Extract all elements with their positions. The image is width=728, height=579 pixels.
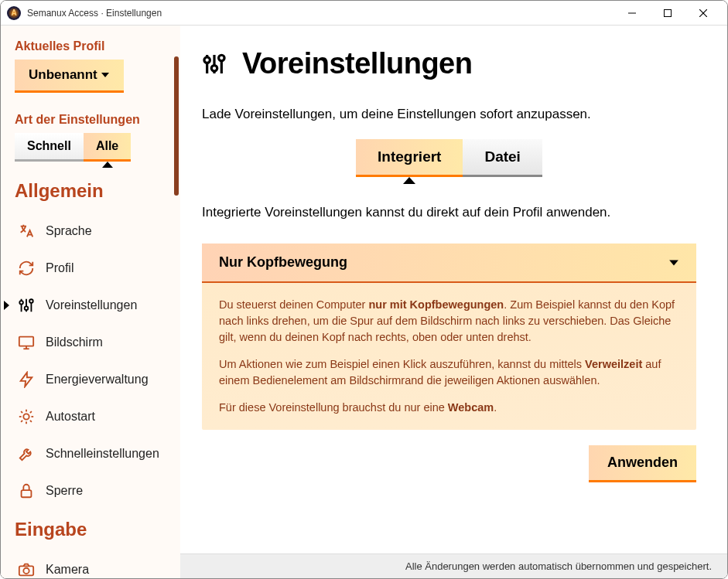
sun-icon (18, 408, 35, 425)
sidebar-item-label: Sperre (46, 484, 83, 498)
sidebar-item-schnelleinstellungen[interactable]: Schnelleinstellungen (15, 435, 171, 472)
maximize-button[interactable] (650, 1, 685, 26)
preset-description: Du steuerst deinen Computer nur mit Kopf… (202, 283, 696, 430)
profile-name: Unbenannt (29, 67, 97, 83)
page-header: Voreinstellungen (202, 47, 696, 80)
main-content: Voreinstellungen Lade Voreinstellungen, … (180, 26, 727, 578)
svg-rect-1 (665, 9, 672, 16)
sidebar-item-kamera[interactable]: Kamera (15, 551, 171, 578)
preset-selector[interactable]: Nur Kopfbewegung (202, 244, 696, 283)
svg-point-30 (219, 55, 224, 60)
sidebar: Aktuelles Profil Unbenannt Art der Einst… (1, 26, 180, 578)
sidebar-item-profil[interactable]: Profil (15, 250, 171, 287)
monitor-icon (18, 334, 35, 351)
text-bold: Webcam (448, 401, 494, 414)
text-bold: Verweilzeit (585, 358, 642, 370)
category-eingabe: Eingabe (15, 519, 171, 540)
page-title: Voreinstellungen (242, 47, 472, 80)
sidebar-item-label: Profil (46, 261, 73, 275)
minimize-icon (628, 9, 636, 17)
sliders-icon (18, 297, 35, 314)
app-window: A Semanux Access · Einstellungen Aktuell… (0, 0, 728, 579)
svg-line-20 (21, 421, 22, 422)
titlebar: A Semanux Access · Einstellungen (1, 1, 727, 26)
sidebar-item-label: Voreinstellungen (46, 298, 137, 312)
tab-datei[interactable]: Datei (463, 139, 542, 177)
sidebar-scrollbar[interactable] (174, 56, 179, 196)
svg-point-26 (204, 56, 210, 62)
settings-type-tabs: Schnell Alle (15, 133, 171, 162)
translate-icon (18, 223, 35, 240)
settings-type-heading: Art der Einstellungen (15, 113, 171, 127)
svg-point-13 (23, 414, 29, 419)
chevron-down-icon (668, 257, 679, 268)
sidebar-item-energie[interactable]: Energieverwaltung (15, 361, 171, 398)
svg-point-24 (23, 568, 29, 574)
sidebar-item-sprache[interactable]: Sprache (15, 213, 171, 250)
sidebar-item-label: Bildschirm (46, 335, 103, 349)
category-allgemein: Allgemein (15, 180, 171, 202)
close-icon (699, 9, 707, 17)
maximize-icon (664, 9, 672, 17)
text-bold: nur mit Kopfbewegungen (368, 298, 504, 311)
apply-button[interactable]: Anwenden (589, 445, 696, 482)
wrench-icon (18, 445, 35, 462)
text: . (494, 401, 497, 414)
tab-integriert[interactable]: Integriert (356, 139, 463, 177)
text: Um Aktionen wie zum Beispiel einen Klick… (219, 358, 585, 370)
sidebar-item-autostart[interactable]: Autostart (15, 398, 171, 435)
footer-status: Alle Änderungen werden automatisch übern… (180, 553, 727, 578)
intro-text: Lade Voreinstellungen, um deine Einstell… (202, 107, 696, 122)
svg-line-21 (30, 411, 32, 413)
tab-alle[interactable]: Alle (84, 133, 131, 162)
profile-selector[interactable]: Unbenannt (15, 60, 124, 93)
window-title: Semanux Access · Einstellungen (27, 8, 614, 19)
sidebar-item-label: Energieverwaltung (46, 373, 149, 387)
svg-point-5 (19, 301, 23, 305)
sidebar-item-label: Schnelleinstellungen (46, 447, 159, 461)
sidebar-item-label: Autostart (46, 410, 95, 424)
svg-line-18 (21, 411, 22, 413)
preset-name: Nur Kopfbewegung (219, 254, 347, 271)
preset-panel: Nur Kopfbewegung Du steuerst deinen Comp… (202, 244, 696, 430)
svg-point-28 (211, 65, 217, 70)
tab-schnell[interactable]: Schnell (15, 133, 84, 162)
svg-point-9 (29, 299, 33, 303)
close-button[interactable] (685, 1, 721, 26)
minimize-button[interactable] (614, 1, 650, 26)
profile-heading: Aktuelles Profil (15, 39, 171, 53)
integrated-description: Integrierte Voreinstellungen kannst du d… (202, 205, 696, 220)
sidebar-item-bildschirm[interactable]: Bildschirm (15, 324, 171, 361)
sliders-icon (202, 52, 227, 77)
sidebar-item-voreinstellungen[interactable]: Voreinstellungen (15, 287, 171, 324)
refresh-icon (18, 260, 35, 277)
sidebar-item-label: Kamera (46, 563, 89, 577)
app-icon: A (7, 6, 21, 20)
svg-line-19 (30, 421, 32, 422)
text: Für diese Voreinstellung brauchst du nur… (219, 401, 448, 414)
chevron-down-icon (101, 70, 110, 80)
camera-icon (18, 561, 35, 578)
lock-icon (18, 482, 35, 499)
text: Du steuerst deinen Computer (219, 298, 368, 311)
svg-point-7 (25, 306, 29, 310)
svg-rect-22 (22, 490, 32, 497)
sidebar-item-sperre[interactable]: Sperre (15, 472, 171, 509)
preset-source-tabs: Integriert Datei (202, 139, 696, 177)
svg-rect-10 (19, 337, 33, 346)
bolt-icon (18, 371, 35, 388)
sidebar-item-label: Sprache (46, 224, 92, 238)
